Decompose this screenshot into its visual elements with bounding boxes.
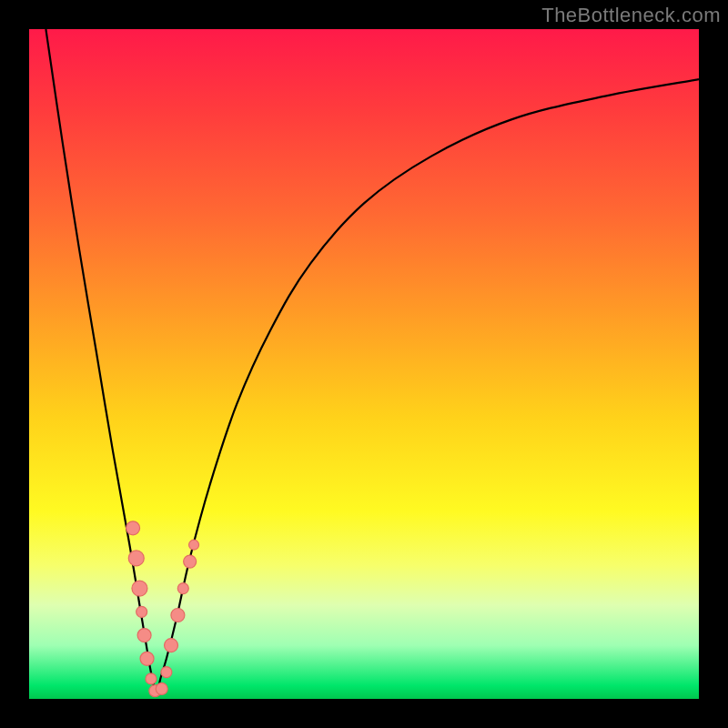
markers-group	[126, 521, 199, 697]
marker-dot	[189, 540, 199, 550]
watermark-text: TheBottleneck.com	[541, 4, 721, 27]
marker-dot	[128, 551, 144, 566]
marker-dot	[161, 667, 172, 678]
marker-dot	[184, 555, 197, 568]
marker-dot	[156, 682, 167, 694]
marker-dot	[132, 581, 147, 596]
outer-frame: TheBottleneck.com	[0, 0, 728, 728]
marker-dot	[140, 652, 154, 665]
marker-dot	[137, 629, 151, 642]
plot-area	[29, 29, 699, 699]
marker-dot	[177, 583, 188, 594]
chart-svg	[29, 29, 699, 699]
marker-dot	[136, 606, 147, 617]
marker-dot	[171, 609, 185, 622]
right-branch-path	[157, 79, 699, 692]
marker-dot	[165, 639, 178, 652]
marker-dot	[146, 673, 157, 684]
marker-dot	[126, 521, 140, 535]
